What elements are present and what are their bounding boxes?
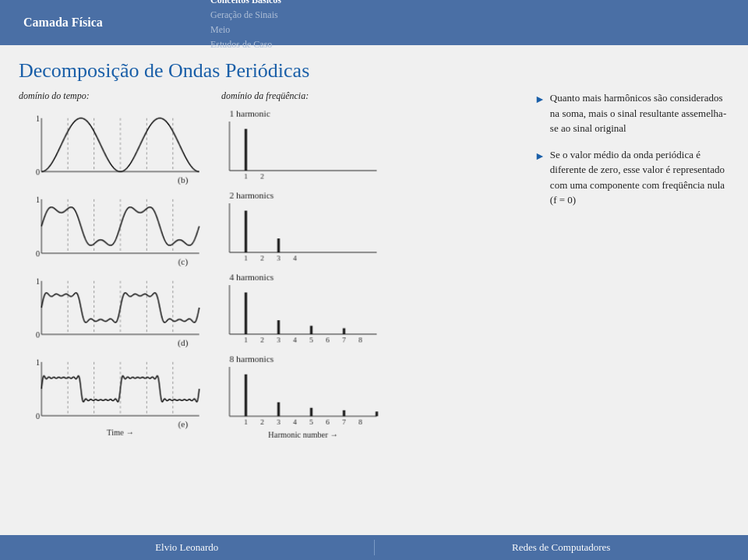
main-content: Decomposição de Ondas Periódicas domínio… (0, 45, 748, 535)
content-area: domínio do tempo: domínio da freqüência:… (19, 90, 729, 535)
freq-domain-label: domínio da freqüência: (221, 90, 385, 102)
bullet-arrow-1: ► (535, 91, 545, 136)
bullet-1: ► Quanto mais harmônicos são considerado… (535, 90, 729, 136)
bullet-text-1: Quanto mais harmônicos são considerados … (550, 90, 729, 136)
bullet-arrow-2: ► (535, 148, 545, 208)
footer: Elvio Leonardo Redes de Computadores (0, 535, 748, 560)
bullet-text-2: Se o valor médio da onda periódica é dif… (550, 147, 729, 208)
time-graph-b (19, 105, 206, 186)
footer-left: Elvio Leonardo (0, 541, 374, 554)
nav-link-estudos[interactable]: Estudos de Caso (210, 37, 281, 52)
time-graph-c (19, 186, 206, 267)
time-domain-label: domínio do tempo: (19, 90, 206, 102)
diagrams: domínio do tempo: domínio da freqüência: (19, 90, 519, 535)
bullet-2: ► Se o valor médio da onda periódica é d… (535, 147, 729, 208)
nav-link-conceitos[interactable]: Conceitos Básicos (210, 0, 281, 8)
nav-link-geracao[interactable]: Geração de Sinais (210, 8, 281, 23)
nav-link-meio[interactable]: Meio (210, 23, 281, 37)
freq-graph-2h (221, 187, 385, 269)
time-graph-e (19, 349, 206, 438)
time-domain: domínio do tempo: (19, 90, 206, 535)
top-nav: Camada Física Conceitos Básicos Geração … (0, 0, 748, 45)
nav-links: Conceitos Básicos Geração de Sinais Meio… (203, 0, 281, 45)
page-title: Decomposição de Ondas Periódicas (19, 59, 729, 83)
freq-graph-1h (221, 105, 385, 187)
right-text: ► Quanto mais harmônicos são considerado… (527, 90, 729, 535)
time-graph-d (19, 268, 206, 349)
freq-graph-4h (221, 269, 385, 350)
nav-title: Camada Física (0, 0, 203, 45)
footer-right: Redes de Computadores (375, 541, 749, 554)
freq-graph-8h (221, 350, 385, 441)
freq-domain: domínio da freqüência: (221, 90, 385, 535)
